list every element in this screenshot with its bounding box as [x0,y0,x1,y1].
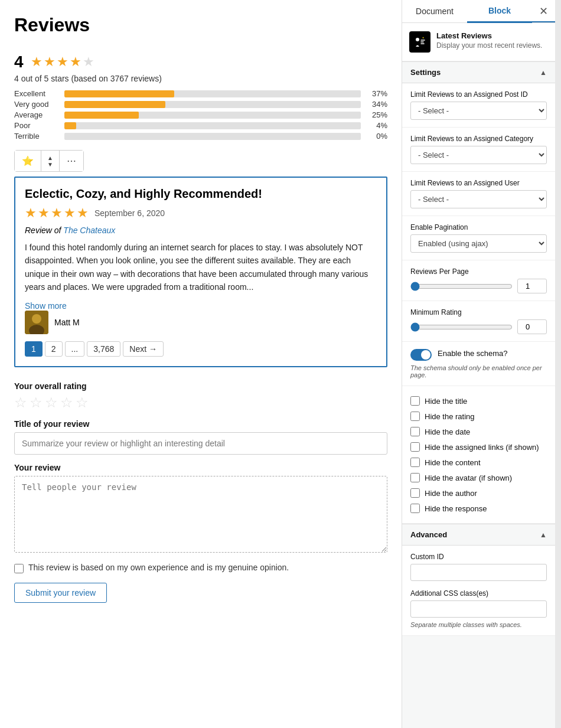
tab-block[interactable]: Block [467,0,532,23]
hide-response-item: Hide the response [410,501,547,516]
form-star-2[interactable]: ☆ [30,394,43,411]
min-rating-number[interactable] [517,319,547,334]
select-category-group: Limit Reviews to an Assigned Category - … [402,128,555,172]
rating-stars: ★ ★ ★ ★ ★ [31,54,94,70]
hide-author-label: Hide the author [425,489,477,498]
min-rating-group: Minimum Rating [402,301,555,342]
star-rating-input[interactable]: ☆ ☆ ☆ ☆ ☆ [14,394,387,411]
hide-author-item: Hide the author [410,485,547,501]
title-input[interactable] [14,432,387,455]
min-rating-slider[interactable] [410,322,513,332]
visibility-checkboxes: Hide the title Hide the rating Hide the … [402,386,555,524]
reviewer-avatar [25,311,48,334]
hide-assigned-links-label: Hide the assigned links (if shown) [425,443,539,452]
panel-body: Settings ▲ Limit Reviews to an Assigned … [402,61,555,728]
reviewer: Matt M [25,311,377,334]
hide-date-checkbox[interactable] [410,427,420,436]
settings-header[interactable]: Settings ▲ [402,61,555,83]
toolbar-block-icon-btn[interactable]: ⭐ [15,151,41,171]
block-name: Latest Reviews [436,31,542,40]
css-classes-hint: Separate multiple classes with spaces. [410,621,547,628]
bar-very-good: Very good 34% [14,100,387,109]
select-category[interactable]: - Select - [410,146,547,164]
page-title: Reviews [14,14,387,36]
reviews-per-page-label: Reviews Per Page [410,267,547,276]
disclaimer-checkbox[interactable] [14,564,24,573]
reviewer-name: Matt M [54,318,80,327]
close-button[interactable]: ✕ [532,0,555,22]
select-pagination-group: Enable Pagination Enabled (using ajax) D… [402,216,555,260]
reviews-per-page-number[interactable] [517,279,547,293]
disclaimer-row: This review is based on my own experienc… [14,563,387,573]
select-user[interactable]: - Select - [410,190,547,208]
review-of-link[interactable]: The Chateaux [63,226,115,235]
block-toolbar: ⭐ ▲ ▼ ⋯ [14,150,84,172]
hide-title-checkbox[interactable] [410,396,420,406]
review-meta: ★ ★ ★ ★ ★ September 6, 2020 [25,205,377,221]
select-user-group: Limit Reviews to an Assigned User - Sele… [402,172,555,216]
reviews-per-page-slider[interactable] [410,282,513,291]
hide-avatar-checkbox[interactable] [410,473,420,482]
hide-content-checkbox[interactable] [410,458,420,467]
tab-document[interactable]: Document [402,0,467,22]
hide-content-label: Hide the content [425,458,481,467]
custom-id-input[interactable] [410,564,547,581]
schema-toggle-group: Enable the schema? The schema should onl… [402,342,555,386]
select-category-label: Limit Reviews to an Assigned Category [410,135,547,143]
hide-assigned-links-checkbox[interactable] [410,442,420,452]
hide-content-item: Hide the content [410,455,547,470]
review-title: Eclectic, Cozy, and Highly Recommended! [25,187,377,201]
hide-title-label: Hide the title [425,397,467,406]
css-classes-label: Additional CSS class(es) [410,589,547,598]
hide-response-label: Hide the response [425,504,487,513]
form-star-4[interactable]: ☆ [60,394,73,411]
select-pagination[interactable]: Enabled (using ajax) Disabled [410,234,547,253]
page-btn-next[interactable]: Next → [123,341,164,357]
panel-tabs: Document Block ✕ [402,0,555,23]
hide-avatar-item: Hide the avatar (if shown) [410,470,547,485]
toolbar-more-btn[interactable]: ⋯ [60,151,83,171]
settings-chevron: ▲ [540,68,547,77]
hide-rating-label: Hide the rating [425,412,475,421]
hide-avatar-label: Hide the avatar (if shown) [425,474,512,482]
title-label: Title of your review [14,419,387,429]
advanced-chevron: ▲ [540,531,547,539]
review-card: Eclectic, Cozy, and Highly Recommended! … [14,177,387,367]
hide-response-checkbox[interactable] [410,504,420,513]
select-pagination-label: Enable Pagination [410,223,547,231]
page-btn-1[interactable]: 1 [25,341,43,357]
hide-assigned-links-item: Hide the assigned links (if shown) [410,439,547,455]
page-btn-ellipsis[interactable]: ... [65,341,85,357]
page-btn-2[interactable]: 2 [45,341,63,357]
select-user-label: Limit Reviews to an Assigned User [410,179,547,187]
css-classes-input[interactable] [410,600,547,618]
disclaimer-label: This review is based on my own experienc… [28,563,289,572]
rating-summary: 4 ★ ★ ★ ★ ★ 4 out of 5 stars (based on 3… [14,53,387,141]
page-btn-last[interactable]: 3,768 [87,341,120,357]
bar-terrible: Terrible 0% [14,132,387,141]
hide-date-label: Hide the date [425,427,470,436]
form-star-3[interactable]: ☆ [45,394,58,411]
hide-rating-checkbox[interactable] [410,412,420,421]
reviews-per-page-group: Reviews Per Page [402,260,555,301]
submit-button[interactable]: Submit your review [14,583,107,603]
select-post-id[interactable]: - Select - [410,102,547,120]
star-5: ★ [83,54,94,70]
svg-marker-4 [422,37,424,38]
bar-average: Average 25% [14,110,387,119]
advanced-header[interactable]: Advanced ▲ [402,524,555,546]
left-panel: Reviews 4 ★ ★ ★ ★ ★ 4 out of 5 stars (ba… [0,0,402,728]
toolbar-arrows-btn[interactable]: ▲ ▼ [41,151,60,171]
review-textarea[interactable] [14,476,387,553]
bar-poor: Poor 4% [14,121,387,130]
hide-author-checkbox[interactable] [410,488,420,498]
schema-toggle[interactable] [410,349,432,361]
form-star-5[interactable]: ☆ [76,394,89,411]
svg-point-3 [416,38,419,41]
svg-point-1 [32,314,41,324]
form-star-1[interactable]: ☆ [14,394,27,411]
show-more-link[interactable]: Show more [25,301,67,311]
hide-rating-item: Hide the rating [410,409,547,424]
review-form: Your overall rating ☆ ☆ ☆ ☆ ☆ Title of y… [14,381,387,603]
review-date: September 6, 2020 [94,208,165,218]
